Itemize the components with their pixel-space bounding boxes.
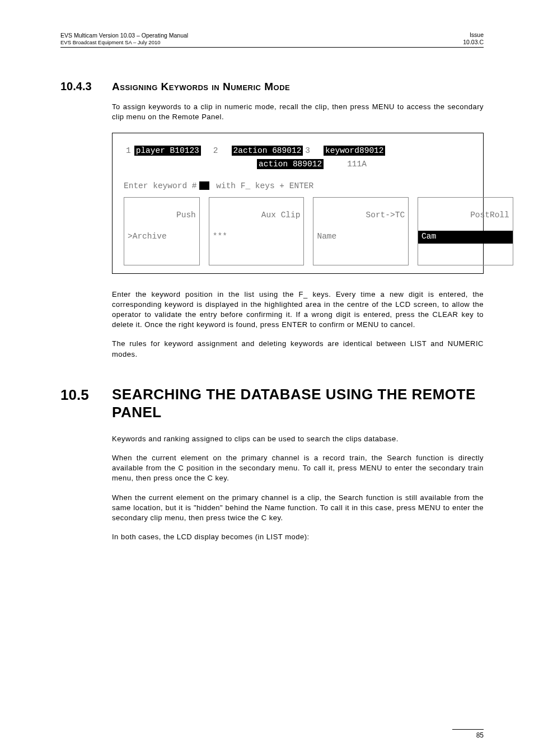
lcd-button-sort: Sort->TC Name xyxy=(313,197,409,265)
lcd-slot-3-num: 3 xyxy=(305,146,310,155)
lcd-enter-post: with F_ keys + ENTER xyxy=(212,181,314,190)
lcd-row-top: 1 player B10123 2 2action 689012 3 keywo… xyxy=(124,146,472,156)
lcd-btn3-line2: Name xyxy=(317,231,405,242)
section-number: 10.4.3 xyxy=(60,80,112,93)
lcd-btn4-line1: PostRoll xyxy=(470,211,509,220)
header-left-line2: EVS Broadcast Equipment SA – July 2010 xyxy=(60,39,188,46)
lcd-slot-1-tag: player B10123 xyxy=(134,146,201,156)
lcd-mid-plain: 111A xyxy=(347,160,367,169)
page-number: 85 xyxy=(452,729,484,739)
lcd-btn4-line2: Cam xyxy=(418,231,513,244)
lcd-enter-line: Enter keyword # with F_ keys + ENTER xyxy=(124,181,472,190)
header-right-line1: Issue xyxy=(463,31,484,39)
intro-paragraph: To assign keywords to a clip in numeric … xyxy=(112,102,484,122)
lcd-btn2-line1: Aux Clip xyxy=(261,211,301,220)
page-header: EVS Multicam Version 10.03 – Operating M… xyxy=(60,31,484,48)
lcd-btn1-line1: Push xyxy=(176,211,196,220)
sec2-p2: When the current element on the primary … xyxy=(112,453,484,484)
lcd-slot-3-tag: keyword89012 xyxy=(324,146,385,156)
lcd-button-auxclip: Aux Clip *** xyxy=(209,197,305,265)
lcd-btn2-line2: *** xyxy=(213,231,301,242)
header-right-line2: 10.03.C xyxy=(463,39,484,46)
section-10-5-title: SEARCHING THE DATABASE USING THE REMOTE … xyxy=(112,385,484,422)
section-10-5-number: 10.5 xyxy=(60,385,112,404)
section-title: Assigning Keywords in Numeric Mode xyxy=(112,81,290,93)
lcd-btn3-line1: Sort->TC xyxy=(366,211,405,220)
lcd-button-archive: Push >Archive xyxy=(124,197,200,265)
lcd-slot-1-num: 1 xyxy=(126,146,131,155)
lcd-button-postroll: PostRoll Cam xyxy=(418,197,513,265)
lcd-panel: 1 player B10123 2 2action 689012 3 keywo… xyxy=(112,133,484,274)
sec2-p1: Keywords and ranking assigned to clips c… xyxy=(112,434,484,444)
paragraph-after-lcd-2: The rules for keyword assignment and del… xyxy=(112,339,484,359)
lcd-btn1-line2: >Archive xyxy=(128,231,196,242)
cursor-block-icon xyxy=(199,181,209,190)
sec2-p3: When the current element on the primary … xyxy=(112,493,484,524)
lcd-enter-pre: Enter keyword # xyxy=(124,181,197,190)
lcd-slot-2-tag: 2action 689012 xyxy=(232,146,303,156)
paragraph-after-lcd-1: Enter the keyword position in the list u… xyxy=(112,290,484,330)
header-left: EVS Multicam Version 10.03 – Operating M… xyxy=(60,32,188,46)
lcd-slot-2-num: 2 xyxy=(213,146,218,155)
header-right: Issue 10.03.C xyxy=(463,31,484,46)
lcd-row-mid: action 889012 111A xyxy=(124,159,472,169)
section-10-4-3-heading: 10.4.3 Assigning Keywords in Numeric Mod… xyxy=(60,80,484,93)
sec2-p4: In both cases, the LCD display becomes (… xyxy=(112,532,484,542)
header-left-line1: EVS Multicam Version 10.03 – Operating M… xyxy=(60,32,188,39)
lcd-mid-tag: action 889012 xyxy=(257,159,324,169)
section-10-5-heading: 10.5 SEARCHING THE DATABASE USING THE RE… xyxy=(60,385,484,422)
lcd-button-row: Push >Archive Aux Clip *** Sort->TC Name… xyxy=(124,197,472,265)
